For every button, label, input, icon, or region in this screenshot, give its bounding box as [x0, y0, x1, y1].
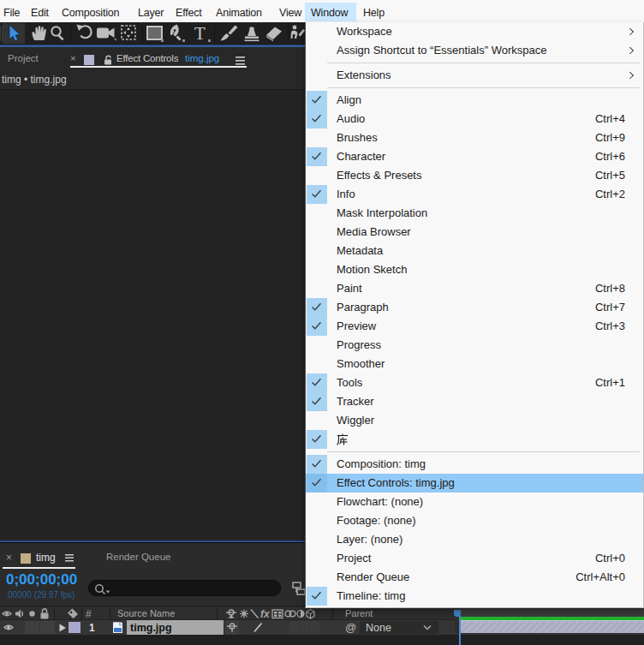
svg-text:@: @	[345, 621, 356, 634]
svg-text:fx: fx	[260, 608, 271, 620]
svg-text:1: 1	[89, 622, 95, 634]
svg-text:timg.jpg: timg.jpg	[130, 622, 172, 634]
svg-text:T: T	[194, 23, 206, 44]
svg-text:#: #	[86, 608, 92, 620]
svg-text:None: None	[366, 622, 391, 634]
